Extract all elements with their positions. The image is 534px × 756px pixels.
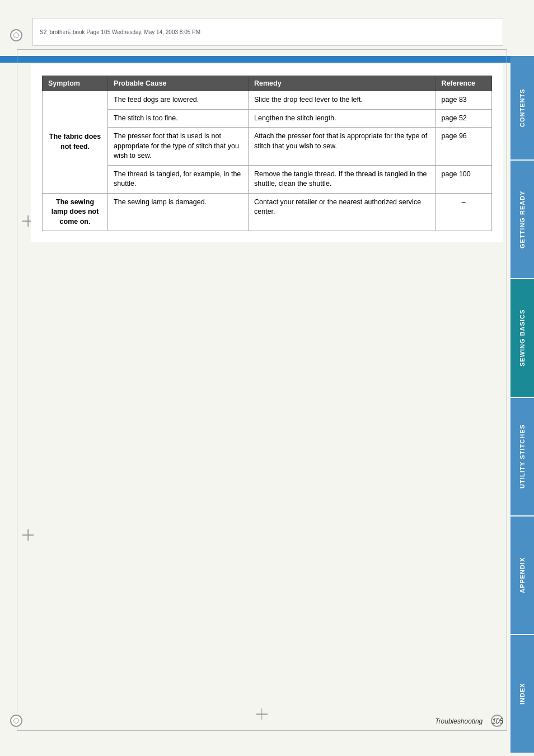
header-bar: S2_brotherE.book Page 105 Wednesday, May… [32, 18, 503, 46]
reference-cell-4: page 100 [435, 165, 491, 193]
cause-cell-4: The thread is tangled, for example, in t… [108, 165, 249, 193]
symptom-cell-empty-1: The fabric does not feed. [43, 91, 108, 194]
remedy-cell-1: Slide the drop feed lever to the left. [249, 91, 436, 110]
cause-cell-2: The stitch is too fine. [108, 109, 249, 128]
footer-label: Troubleshooting [435, 717, 483, 725]
reference-cell-3: page 96 [435, 128, 491, 166]
table-row: The stitch is too fine. Lengthen the sti… [43, 109, 492, 128]
reg-mark-bottom-left [10, 715, 22, 727]
sidebar-tab-sewing-basics[interactable]: SEWING BASICS [510, 279, 534, 397]
sidebar-tab-utility-stitches[interactable]: UTILITY STITCHES [510, 398, 534, 515]
sidebar-label-index: INDEX [519, 683, 526, 705]
remedy-cell-2: Lengthen the stitch length. [249, 109, 436, 128]
troubleshooting-table: Symptom Probable Cause Remedy Reference … [42, 76, 492, 231]
col-header-symptom: Symptom [43, 76, 108, 91]
remedy-cell-4: Remove the tangle thread. If the thread … [249, 165, 436, 193]
cause-cell-3: The presser foot that is used is not app… [108, 128, 249, 166]
header-filename: S2_brotherE.book Page 105 Wednesday, May… [40, 29, 200, 35]
content-area: Symptom Probable Cause Remedy Reference … [31, 64, 503, 242]
sidebar-tab-appendix[interactable]: APPENDIX [510, 516, 534, 634]
reference-cell-1: page 83 [435, 91, 491, 110]
sidebar-tab-index[interactable]: INDEX [510, 635, 534, 753]
sidebar-label-appendix: APPENDIX [519, 557, 526, 593]
sidebar-label-utility-stitches: UTILITY STITCHES [519, 425, 526, 489]
symptom-fabric-feed: The fabric does not feed. [49, 133, 101, 151]
col-header-remedy: Remedy [249, 76, 436, 91]
cause-cell-5: The sewing lamp is damaged. [108, 193, 249, 231]
remedy-cell-3: Attach the presser foot that is appropri… [249, 128, 436, 166]
sidebar-tab-contents[interactable]: CONTENTS [510, 56, 534, 159]
sidebar-label-sewing-basics: SEWING BASICS [519, 309, 526, 367]
frame-left [17, 49, 17, 731]
table-row: The thread is tangled, for example, in t… [43, 165, 492, 193]
remedy-cell-5: Contact your retailer or the nearest aut… [249, 193, 436, 231]
table-row: The sewing lamp does not come on. The se… [43, 193, 492, 231]
sidebar-label-contents: CONTENTS [519, 88, 526, 127]
reg-mark-top-left [10, 29, 22, 41]
cause-cell-1: The feed dogs are lowered. [108, 91, 249, 110]
page: S2_brotherE.book Page 105 Wednesday, May… [0, 0, 534, 756]
table-row: The fabric does not feed. The feed dogs … [43, 91, 492, 110]
reference-cell-5: – [435, 193, 491, 231]
reference-cell-2: page 52 [435, 109, 491, 128]
frame-bottom [17, 730, 507, 731]
top-blue-bar [0, 56, 510, 63]
crosshair-left-bottom [22, 529, 34, 541]
col-header-cause: Probable Cause [108, 76, 249, 91]
sidebar-label-getting-ready: GETTING READY [519, 190, 526, 248]
frame-right [507, 49, 507, 731]
frame-top [17, 49, 507, 50]
footer-text: Troubleshooting 105 [435, 717, 503, 725]
footer: Troubleshooting 105 [31, 717, 503, 725]
sidebar: CONTENTS GETTING READY SEWING BASICS UTI… [510, 0, 534, 756]
col-header-reference: Reference [435, 76, 491, 91]
symptom-cell-lamp: The sewing lamp does not come on. [43, 193, 108, 231]
sidebar-tab-getting-ready[interactable]: GETTING READY [510, 161, 534, 278]
footer-page-number: 105 [492, 717, 503, 725]
table-row: The presser foot that is used is not app… [43, 128, 492, 166]
